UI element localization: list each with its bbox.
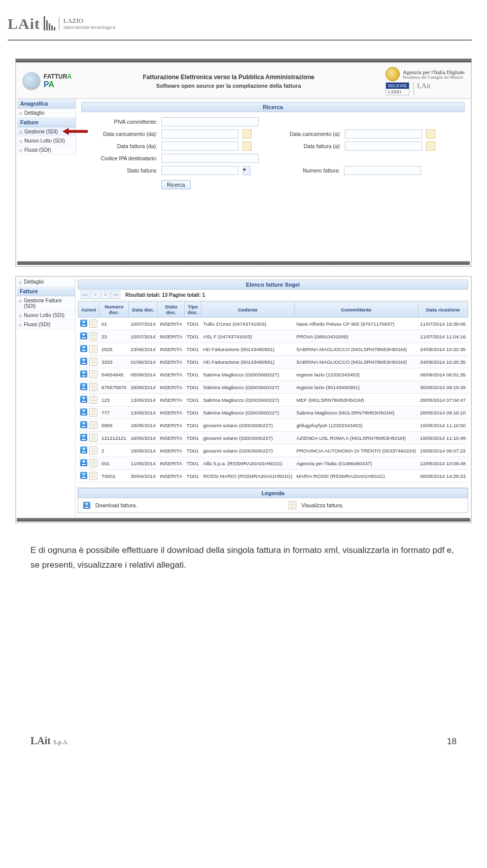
cell-committente: Sabrina Magliocco (MGLSRN78M53H501M) (294, 406, 418, 419)
document-icon[interactable] (89, 472, 97, 480)
sidebar-item-flussi[interactable]: Flussi (SDI) (17, 146, 76, 155)
calendar-icon[interactable] (426, 142, 435, 151)
pager-first[interactable]: «« (81, 291, 90, 299)
download-icon[interactable] (80, 345, 87, 352)
input-datacar-a[interactable] (345, 129, 422, 138)
download-icon[interactable] (80, 383, 87, 390)
table-row: 218/05/2014INSERITATD01giovanni solano (… (78, 444, 468, 457)
cell-data: 29/05/2014 (129, 381, 158, 394)
cell-tipo: TD01 (185, 356, 201, 368)
brand-bars-icon (43, 16, 56, 30)
cell-numero: 001 (99, 457, 129, 470)
download-icon[interactable] (80, 446, 87, 454)
cell-ricezione: 11/07/2014 11:04:16 (418, 330, 468, 343)
col-stato: Stato doc. (158, 302, 185, 318)
cell-committente: regione lazio (12332343453) (294, 368, 418, 381)
table-row: 77713/05/2014INSERITATD01Sabrina Maglioc… (78, 406, 468, 419)
download-icon[interactable] (80, 370, 87, 377)
document-icon[interactable] (89, 358, 97, 366)
cell-data: 10/07/2014 (129, 318, 158, 330)
download-icon[interactable] (80, 358, 87, 365)
download-icon[interactable] (80, 459, 87, 466)
download-icon[interactable] (80, 396, 87, 403)
document-icon[interactable] (89, 408, 97, 416)
sidebar: Dettaglio Fatture Gestione Fatture (SDI)… (17, 277, 76, 518)
cell-tipo: TD01 (185, 381, 201, 394)
input-ipa[interactable] (161, 154, 259, 163)
ricerca-button[interactable]: Ricerca (161, 180, 191, 189)
document-icon[interactable] (89, 370, 97, 378)
document-icon[interactable] (89, 332, 97, 340)
input-datafat-a[interactable] (345, 142, 422, 151)
download-icon (83, 502, 90, 509)
download-icon[interactable] (80, 421, 87, 428)
agid-emblem-icon (386, 67, 400, 81)
sidebar-item-dettaglio[interactable]: Dettaglio (17, 277, 75, 287)
cell-committente: regione lazio (80143490581) (294, 381, 418, 394)
cell-ricezione: 19/05/2014 11:10:48 (418, 432, 468, 444)
cell-data: 23/06/2014 (129, 343, 158, 356)
sidebar-item-nuovo-lotto[interactable]: Nuovo Lotto (SDI) (17, 311, 75, 320)
sidebar-item-flussi[interactable]: Flussi (SDI) (17, 320, 75, 329)
sidebar-section-fatture[interactable]: Fatture (17, 118, 76, 127)
calendar-icon[interactable] (426, 129, 435, 138)
sidebar-item-dettaglio[interactable]: Dettaglio (17, 109, 76, 118)
screenshot-elenco: Dettaglio Fatture Gestione Fatture (SDI)… (15, 276, 472, 523)
document-icon[interactable] (89, 446, 97, 455)
calendar-icon[interactable] (242, 142, 252, 151)
pager-last[interactable]: »» (111, 291, 120, 299)
col-ricezione: Data ricezione (418, 302, 468, 318)
cell-committente: SABRINA MAGLIOCCO (MGLSRN78M53H501M) (294, 356, 418, 368)
cell-cedente: ROSSI MARIO (RSSMRA20A01H501G) (201, 470, 294, 482)
cell-committente: MEF (MGLSRN78M53H501M) (294, 394, 418, 406)
table-row: 252523/06/2014INSERITATD01HD Fatturazion… (78, 343, 468, 356)
cell-data: 10/07/2014 (129, 330, 158, 343)
cell-committente: AZIENDA USL ROMA A (MGLSRN78M53H501M) (294, 432, 418, 444)
download-icon[interactable] (80, 408, 87, 415)
input-datacar-da[interactable] (161, 129, 238, 138)
document-icon[interactable] (89, 421, 97, 429)
panel-title-elenco: Elenco fatture Sogei (78, 280, 468, 290)
download-icon[interactable] (80, 434, 87, 441)
download-icon[interactable] (80, 472, 87, 479)
cell-cedente: HD Fatturazione (80143490581) (201, 356, 294, 368)
document-icon[interactable] (89, 320, 97, 328)
select-stato[interactable] (161, 166, 238, 175)
sidebar-item-gestione[interactable]: Gestione Fatture (SDI) (17, 296, 75, 311)
cell-numero: 777 (99, 406, 129, 419)
cell-ricezione: 12/05/2014 10:09:48 (418, 457, 468, 470)
sidebar-item-nuovo-lotto[interactable]: Nuovo Lotto (SDI) (17, 136, 76, 146)
chevron-down-icon[interactable]: ▾ (242, 166, 251, 175)
document-icon[interactable] (89, 345, 97, 353)
download-icon[interactable] (80, 332, 87, 339)
pager-prev[interactable]: « (91, 291, 100, 299)
search-panel: Ricerca PIVA committente: Data caricamen… (76, 99, 470, 192)
cell-tipo: TD01 (185, 368, 201, 381)
label-datafat-da: Data fattura (da): (81, 143, 157, 149)
cell-cedente: Alfa S.p.a. (RSSMRA20A01H501G) (201, 457, 294, 470)
brand-logo: LAit LAZIO innovazione tecnologica (8, 15, 472, 32)
input-datafat-da[interactable] (161, 142, 238, 151)
cell-cedente: Tullio D'Urso (04743741003) (201, 318, 294, 330)
calendar-icon[interactable] (242, 129, 252, 138)
cell-stato: INSERITA (158, 318, 185, 330)
input-numero[interactable] (344, 166, 421, 175)
document-icon[interactable] (89, 459, 97, 467)
cell-stato: INSERITA (158, 457, 185, 470)
cell-stato: INSERITA (158, 444, 185, 457)
document-icon[interactable] (89, 396, 97, 404)
sidebar-item-gestione[interactable]: Gestione (SDI) (17, 127, 76, 136)
download-icon[interactable] (80, 320, 87, 327)
app-banner: FATTURAPA Fatturazione Elettronica verso… (17, 64, 470, 99)
document-icon[interactable] (89, 434, 97, 442)
legend-title: Legenda (78, 488, 468, 498)
pager-next[interactable]: » (101, 291, 110, 299)
sidebar-section-fatture[interactable]: Fatture (17, 287, 75, 296)
input-piva[interactable] (161, 117, 259, 126)
sidebar-section-anagrafica[interactable]: Anagrafica (17, 99, 76, 109)
cell-committente: PROVINCIA AUTONOMA DI TRENTO (0033746022… (294, 444, 418, 457)
cell-data: 01/06/2014 (129, 356, 158, 368)
regione-lazio-logo: REGIONE LAZIO (386, 82, 409, 95)
app-title: Fatturazione Elettronica verso la Pubbli… (72, 74, 386, 81)
document-icon[interactable] (89, 383, 97, 391)
